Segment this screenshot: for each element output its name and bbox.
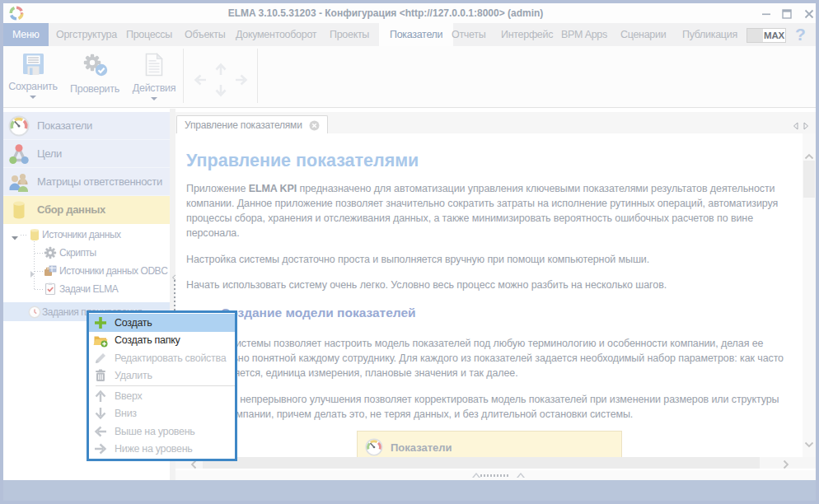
minimize-button[interactable] — [759, 7, 774, 21]
menu-tab-label: Меню — [12, 29, 40, 40]
nav-left-icon[interactable] — [193, 72, 208, 91]
tree-connector-line — [34, 241, 35, 290]
content-area: Управление показателями Управление — [176, 109, 816, 480]
window-border-left — [0, 0, 3, 504]
context-menu-separator — [96, 385, 235, 386]
actions-button[interactable]: Действия — [129, 49, 179, 104]
check-label: Проверить — [66, 83, 124, 95]
sidebar-item-kpis[interactable]: Показатели — [3, 112, 170, 140]
help-icon[interactable]: ? — [795, 25, 806, 44]
sidebar-item-label: Цели — [37, 147, 62, 160]
nav-right-icon[interactable] — [234, 72, 249, 91]
menu-tab-kpi[interactable]: Показатели — [379, 23, 453, 46]
arrow-left-icon — [93, 424, 108, 439]
menu-tab-orgstructure[interactable]: Оргструктура — [50, 23, 123, 46]
expander-collapse-icon[interactable] — [11, 231, 19, 239]
splitter-handle[interactable] — [469, 473, 523, 478]
scroll-down-icon[interactable] — [804, 436, 814, 451]
context-menu-item-label: Создать папку — [115, 334, 180, 346]
splitter-triangle-icon — [472, 473, 480, 478]
arrow-right-icon — [93, 441, 108, 456]
expander-expand-icon[interactable] — [28, 267, 36, 275]
tree-item-odbc-sources[interactable]: Источники данных ODBC — [3, 262, 170, 280]
floppy-disk-icon — [6, 53, 60, 78]
vertical-scroll-thumb[interactable] — [803, 161, 815, 198]
context-menu-item-edit-properties[interactable]: Редактировать свойства — [89, 349, 235, 367]
actions-label: Действия — [129, 82, 179, 94]
tree-item-data-sources[interactable]: Источники данных — [3, 226, 170, 244]
save-button[interactable]: Сохранить — [6, 49, 60, 104]
elma-kpi-bold: ELMA KPI — [249, 183, 297, 194]
gear-check-icon — [66, 53, 124, 81]
menu-tab-scripts[interactable]: Сценарии — [615, 23, 672, 46]
app-window: ELMA 3.10.5.31203 - Конфигурация <http:/… — [0, 0, 819, 504]
maximize-button[interactable] — [779, 7, 794, 21]
sidebar-item-matrices[interactable]: Матрицы ответственности — [3, 168, 170, 196]
context-menu-item-level-down[interactable]: Ниже на уровень — [89, 441, 235, 459]
context-menu-item-move-down[interactable]: Вниз — [89, 405, 235, 423]
panel-label: Показатели — [391, 441, 452, 454]
tree-item-label: Источники данных — [42, 229, 121, 240]
kpi-screenshot-panel: Показатели — [357, 431, 622, 458]
menu-tab-projects[interactable]: Проекты — [324, 23, 375, 46]
check-button[interactable]: Проверить — [66, 49, 124, 104]
status-bar — [0, 480, 819, 504]
folder-plus-icon — [93, 333, 108, 348]
context-menu-item-label: Создать — [115, 317, 152, 329]
people-icon — [8, 171, 30, 193]
tree-item-elma-tasks[interactable]: Задачи ELMA — [3, 280, 170, 298]
max-toggle-label: MAX — [763, 29, 785, 42]
paragraph-intro: Приложение ELMA KPI предназначено для ав… — [186, 181, 778, 240]
menu-tab-reports[interactable]: Отчеты — [446, 23, 491, 46]
menu-tab-label: Проекты — [330, 29, 369, 40]
splitter-handle-dots — [480, 474, 510, 477]
plus-icon — [93, 315, 108, 330]
save-dropdown-caret — [30, 96, 36, 99]
odbc-icon — [44, 264, 57, 278]
menu-tab-interface[interactable]: Интерфейс — [495, 23, 559, 46]
menu-tab-label: Оргструктура — [56, 29, 117, 40]
goals-icon — [8, 143, 30, 165]
tab-kpi-management[interactable]: Управление показателями — [176, 115, 328, 133]
title-bar: ELMA 3.10.5.31203 - Конфигурация <http:/… — [3, 3, 816, 23]
document-subheading: Создание модели показателей — [221, 306, 416, 320]
document-view: Управление показателями Приложение ELMA … — [176, 133, 803, 458]
sidebar-item-goals[interactable]: Цели — [3, 140, 170, 168]
max-toggle[interactable]: MAX — [746, 28, 786, 43]
context-menu-item-label: Вниз — [115, 408, 137, 419]
context-menu-item-level-up[interactable]: Выше на уровень — [89, 422, 235, 441]
context-menu-item-label: Редактировать свойства — [115, 352, 226, 364]
vertical-scrollbar[interactable] — [803, 133, 816, 458]
task-check-icon — [44, 282, 57, 296]
context-menu-item-move-up[interactable]: Вверх — [89, 387, 235, 405]
tab-close-icon[interactable] — [309, 119, 320, 130]
document-icon — [129, 53, 179, 80]
horizontal-scrollbar[interactable] — [176, 457, 816, 469]
menu-tab-docflow[interactable]: Документооборот — [230, 23, 322, 46]
toolbar-separator — [183, 49, 184, 103]
menu-tab-menu[interactable]: Меню — [3, 23, 49, 46]
bottom-panel-splitter[interactable] — [176, 470, 816, 480]
context-menu-item-delete[interactable]: Удалить — [89, 367, 235, 385]
scroll-tabs-left-icon[interactable] — [793, 119, 798, 133]
scroll-tabs-right-icon[interactable] — [803, 119, 809, 133]
close-button[interactable] — [802, 7, 817, 21]
nav-up-icon[interactable] — [213, 62, 228, 80]
tree-item-label: Скрипты — [59, 247, 96, 259]
menu-tab-publication[interactable]: Публикация — [676, 23, 743, 46]
paragraph-flexibility: Гибкость системы позволяет настроить мод… — [186, 336, 784, 380]
menu-tab-label: Отчеты — [452, 29, 485, 40]
menu-tab-processes[interactable]: Процессы — [120, 23, 178, 46]
tree-item-scripts[interactable]: Скрипты — [3, 244, 170, 262]
horizontal-scroll-thumb[interactable] — [203, 457, 760, 469]
menu-tab-objects[interactable]: Объекты — [179, 23, 231, 46]
nav-down-icon[interactable] — [213, 83, 228, 101]
sidebar-item-data-collection[interactable]: Сбор данных — [3, 196, 170, 224]
sidebar-item-label: Сбор данных — [37, 203, 105, 216]
menu-tab-label: Объекты — [185, 29, 225, 40]
context-menu-item-create-folder[interactable]: Создать папку — [89, 332, 235, 350]
menu-tab-bpm-apps[interactable]: BPM Apps — [555, 23, 613, 46]
document-tab-strip: Управление показателями — [176, 112, 816, 133]
paragraph-setup: Настройка системы достаточно проста и вы… — [186, 252, 649, 267]
context-menu-item-create[interactable]: Создать — [89, 314, 235, 332]
